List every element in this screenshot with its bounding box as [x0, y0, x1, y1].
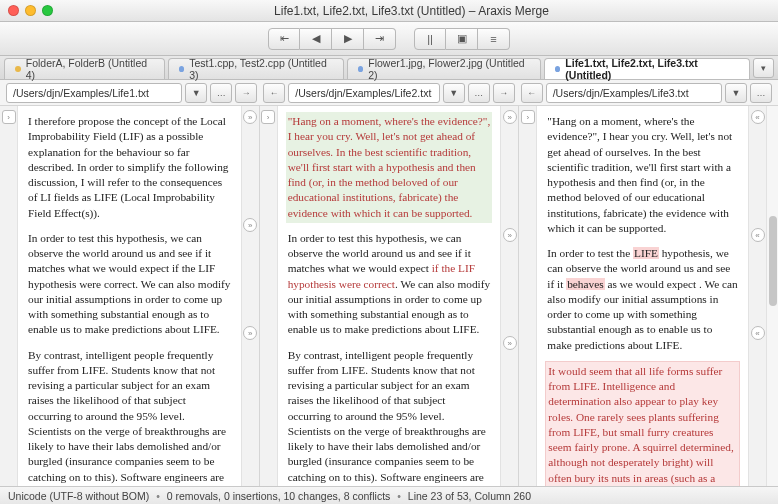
- minimize-window-button[interactable]: [25, 5, 36, 16]
- tab-cpp-compare[interactable]: Test1.cpp, Test2.cpp (Untitled 3): [168, 58, 344, 79]
- copy-right-arrow-icon[interactable]: →: [493, 83, 515, 103]
- file-icon: [555, 66, 561, 72]
- left-gutter: ›: [0, 106, 18, 486]
- close-window-button[interactable]: [8, 5, 19, 16]
- right-text[interactable]: "Hang on a moment, where's the evidence?…: [537, 106, 748, 486]
- left-path-browse[interactable]: …: [210, 83, 232, 103]
- file-icon: [179, 66, 185, 72]
- left-p3: By contrast, intelligent people frequent…: [26, 346, 233, 487]
- zoom-window-button[interactable]: [42, 5, 53, 16]
- left-pane: › I therefore propose the concept of the…: [0, 106, 260, 486]
- center-path-dropdown[interactable]: ▼: [443, 83, 465, 103]
- diff-word: behaves: [566, 278, 604, 290]
- right-action-gutter: « « «: [748, 106, 766, 486]
- center-gutter: ›: [260, 106, 278, 486]
- tab-label: Life1.txt, Life2.txt, Life3.txt (Untitle…: [565, 57, 739, 81]
- left-p1: I therefore propose the concept of the L…: [26, 112, 233, 223]
- center-path-browse[interactable]: …: [468, 83, 490, 103]
- center-action-gutter: » » »: [500, 106, 518, 486]
- status-encoding: Unicode (UTF-8 without BOM): [8, 490, 149, 502]
- center-p2: In order to test this hypothesis, we can…: [286, 229, 493, 340]
- center-text[interactable]: "Hang on a moment, where's the evidence?…: [278, 106, 501, 486]
- tab-label: Flower1.jpg, Flower2.jpg (Untitled 2): [368, 57, 529, 81]
- right-path-browse[interactable]: …: [750, 83, 772, 103]
- copy-left-arrow-icon[interactable]: ←: [263, 83, 285, 103]
- copy-right-arrow-icon[interactable]: →: [235, 83, 257, 103]
- main-toolbar: ⇤ ◀ ▶ ⇥ || ▣ ≡: [0, 22, 778, 56]
- diff-word: LIFE: [633, 247, 659, 259]
- tab-image-compare[interactable]: Flower1.jpg, Flower2.jpg (Untitled 2): [347, 58, 541, 79]
- pause-button[interactable]: ||: [414, 28, 446, 50]
- last-diff-button[interactable]: ⇥: [364, 28, 396, 50]
- next-diff-button[interactable]: ▶: [332, 28, 364, 50]
- right-p1: "Hang on a moment, where's the evidence?…: [545, 112, 740, 238]
- merge-action-icon[interactable]: »: [243, 110, 257, 124]
- merge-action-icon[interactable]: »: [503, 228, 517, 242]
- merge-action-icon[interactable]: «: [751, 110, 765, 124]
- view-mode-button[interactable]: ≡: [478, 28, 510, 50]
- status-conflicts: 8 conflicts: [344, 490, 391, 502]
- right-path-dropdown[interactable]: ▼: [725, 83, 747, 103]
- tab-overflow-button[interactable]: ▾: [753, 58, 774, 78]
- merge-action-icon[interactable]: »: [503, 336, 517, 350]
- center-path-input[interactable]: /Users/djn/Examples/Life2.txt: [288, 83, 439, 103]
- window-title: Life1.txt, Life2.txt, Life3.txt (Untitle…: [53, 4, 770, 18]
- vertical-scrollbar[interactable]: [766, 106, 778, 486]
- path-bar: /Users/djn/Examples/Life1.txt ▼ … → ← /U…: [0, 80, 778, 106]
- tab-label: FolderA, FolderB (Untitled 4): [26, 57, 154, 81]
- right-p2: In order to test the LIFE hypothesis, we…: [545, 244, 740, 355]
- status-bar: Unicode (UTF-8 without BOM) • 0 removals…: [0, 486, 778, 504]
- left-path-dropdown[interactable]: ▼: [185, 83, 207, 103]
- folder-icon: [15, 66, 21, 72]
- left-action-gutter: » » »: [241, 106, 259, 486]
- right-path-input[interactable]: /Users/djn/Examples/Life3.txt: [546, 83, 722, 103]
- tab-bar: FolderA, FolderB (Untitled 4) Test1.cpp,…: [0, 56, 778, 80]
- center-p3: By contrast, intelligent people frequent…: [286, 346, 493, 487]
- left-path-input[interactable]: /Users/djn/Examples/Life1.txt: [6, 83, 182, 103]
- diff-marker-icon[interactable]: ›: [2, 110, 16, 124]
- status-removals: 0 removals: [167, 490, 218, 502]
- window-titlebar: Life1.txt, Life2.txt, Life3.txt (Untitle…: [0, 0, 778, 22]
- compare-panes: › I therefore propose the concept of the…: [0, 106, 778, 486]
- layout-button[interactable]: ▣: [446, 28, 478, 50]
- right-p3: It would seem that all life forms suffer…: [545, 361, 740, 486]
- merge-action-icon[interactable]: «: [751, 228, 765, 242]
- diff-marker-icon[interactable]: ›: [521, 110, 535, 124]
- left-text[interactable]: I therefore propose the concept of the L…: [18, 106, 241, 486]
- left-p2: In order to test this hypothesis, we can…: [26, 229, 233, 340]
- center-pane: › "Hang on a moment, where's the evidenc…: [260, 106, 520, 486]
- tab-folder-compare[interactable]: FolderA, FolderB (Untitled 4): [4, 58, 165, 79]
- first-diff-button[interactable]: ⇤: [268, 28, 300, 50]
- tab-life-compare[interactable]: Life1.txt, Life2.txt, Life3.txt (Untitle…: [544, 58, 750, 79]
- prev-diff-button[interactable]: ◀: [300, 28, 332, 50]
- file-icon: [358, 66, 364, 72]
- scrollbar-thumb[interactable]: [769, 216, 777, 306]
- right-pane: › "Hang on a moment, where's the evidenc…: [519, 106, 778, 486]
- right-gutter: ›: [519, 106, 537, 486]
- diff-marker-icon[interactable]: ›: [261, 110, 275, 124]
- status-insertions: 0 insertions: [224, 490, 278, 502]
- center-p1: "Hang on a moment, where's the evidence?…: [286, 112, 493, 223]
- merge-action-icon[interactable]: »: [243, 326, 257, 340]
- merge-action-icon[interactable]: »: [503, 110, 517, 124]
- status-position: Line 23 of 53, Column 260: [408, 490, 531, 502]
- status-changes: 10 changes: [283, 490, 337, 502]
- merge-action-icon[interactable]: «: [751, 326, 765, 340]
- copy-left-arrow-icon[interactable]: ←: [521, 83, 543, 103]
- merge-action-icon[interactable]: »: [243, 218, 257, 232]
- tab-label: Test1.cpp, Test2.cpp (Untitled 3): [189, 57, 332, 81]
